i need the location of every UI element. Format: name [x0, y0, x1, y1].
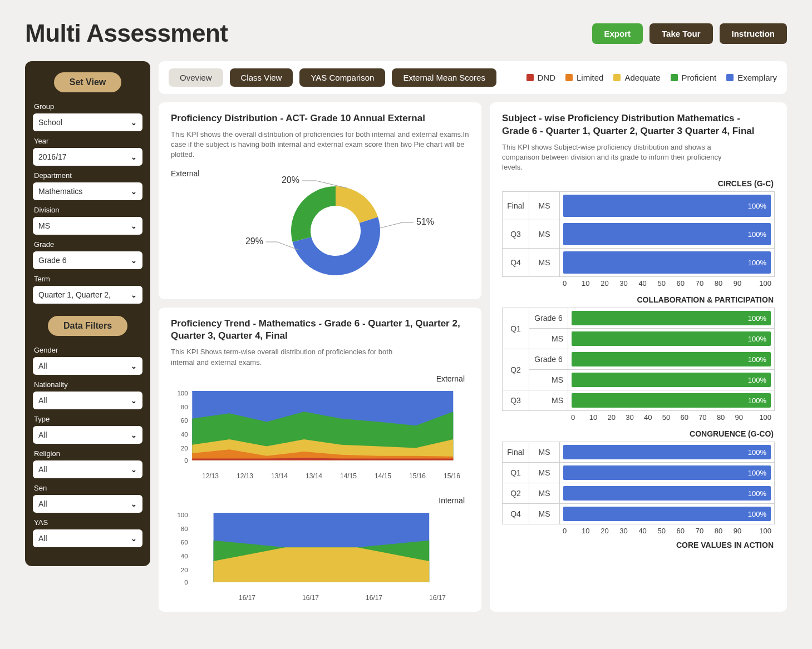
legend-proficient: Proficient — [671, 73, 717, 82]
tab-external-mean[interactable]: External Mean Scores — [392, 68, 496, 87]
chevron-down-icon: ⌄ — [131, 187, 137, 196]
data-filters-button[interactable]: Data Filters — [48, 316, 127, 336]
axis-x-internal: 16/1716/1716/1716/17 — [171, 594, 469, 602]
select-value: All — [38, 396, 47, 405]
select-year[interactable]: 2016/17 ⌄ — [33, 148, 142, 166]
swatch-icon — [671, 74, 678, 81]
bar-exemplary: 100% — [563, 445, 771, 459]
select-division[interactable]: MS ⌄ — [33, 217, 142, 235]
select-value: All — [38, 361, 47, 370]
sidebar: Set View Group School ⌄ Year 2016/17 ⌄ D… — [25, 61, 150, 566]
select-grade[interactable]: Grade 6 ⌄ — [33, 251, 142, 269]
chevron-down-icon: ⌄ — [131, 431, 137, 439]
select-value: All — [38, 430, 47, 439]
select-sen[interactable]: All ⌄ — [33, 495, 142, 513]
select-value: 2016/17 — [38, 152, 67, 161]
select-gender[interactable]: All ⌄ — [33, 357, 142, 375]
svg-text:20: 20 — [181, 445, 188, 452]
svg-text:40: 40 — [181, 553, 188, 559]
select-value: Grade 6 — [38, 256, 67, 265]
legend-label: Proficient — [682, 73, 717, 82]
select-value: Quarter 1, Quarter 2, — [38, 290, 111, 299]
select-value: MS — [38, 221, 50, 230]
tabs-card: Oveview Class View YAS Comparison Extern… — [159, 61, 787, 94]
set-view-button[interactable]: Set View — [54, 72, 122, 92]
select-yas[interactable]: All ⌄ — [33, 529, 142, 547]
select-value: School — [38, 118, 62, 127]
donut-series-label: External — [171, 167, 199, 178]
tab-overview[interactable]: Oveview — [169, 68, 223, 87]
table-row: Q4 MS 100% — [503, 504, 775, 524]
filter-label-year: Year — [34, 137, 141, 145]
bar-value: 100% — [748, 510, 766, 518]
svg-text:80: 80 — [181, 525, 188, 532]
bar-value: 100% — [748, 376, 766, 384]
bar-value: 100% — [748, 259, 766, 267]
swatch-icon — [526, 74, 534, 81]
bar-value: 100% — [748, 230, 766, 239]
bar-value: 100% — [748, 397, 766, 405]
svg-text:60: 60 — [181, 417, 188, 424]
select-term[interactable]: Quarter 1, Quarter 2, ⌄ — [33, 286, 142, 304]
table-row: Q1 MS 100% — [503, 463, 775, 483]
select-value: All — [38, 499, 47, 508]
export-button[interactable]: Export — [592, 23, 643, 44]
svg-text:0: 0 — [184, 579, 188, 586]
filter-label-sen: Sen — [34, 484, 141, 492]
area-chart-internal: 100 80 60 40 20 0 — [171, 508, 469, 592]
table-row: Q3 MS 100% — [503, 390, 775, 411]
table-row: Final MS 100% — [503, 192, 775, 220]
axis-x: 0102030405060708090100 — [502, 411, 775, 422]
filter-label-yas: YAS — [34, 518, 141, 527]
select-department[interactable]: Mathematics ⌄ — [33, 182, 142, 200]
card-proficiency-distribution: Proficiency Distribution - ACT- Grade 10… — [159, 102, 481, 299]
table-row: Q1 Grade 6 100% — [503, 308, 775, 329]
filter-label-grade: Grade — [34, 240, 141, 249]
svg-text:0: 0 — [184, 457, 188, 464]
bar-value: 100% — [748, 314, 766, 323]
legend-label: Adequate — [624, 73, 660, 82]
card-subject-distribution: Subject - wise Proficiency Distribution … — [490, 102, 787, 612]
chevron-down-icon: ⌄ — [131, 534, 137, 543]
bar-exemplary: 100% — [563, 251, 771, 274]
take-tour-button[interactable]: Take Tour — [649, 23, 712, 44]
axis-x-external: 12/1312/1313/1413/1414/1514/1515/1615/16 — [171, 472, 469, 480]
table-row: Final MS 100% — [503, 442, 775, 463]
table-row: MS 100% — [503, 370, 775, 390]
tab-yas-comparison[interactable]: YAS Comparison — [299, 68, 385, 87]
select-type[interactable]: All ⌄ — [33, 426, 142, 444]
instruction-button[interactable]: Instruction — [720, 23, 788, 44]
table-row: Q4 MS 100% — [503, 249, 775, 277]
select-religion[interactable]: All ⌄ — [33, 460, 142, 478]
card-title: Proficiency Trend - Mathematics - Grade … — [171, 318, 469, 343]
donut-chart: 20% 51% 29% — [205, 167, 466, 289]
card-title: Proficiency Distribution - ACT- Grade 10… — [171, 112, 469, 125]
card-title: Subject - wise Proficiency Distribution … — [502, 112, 769, 138]
area-chart-external: 100 80 60 40 20 0 — [171, 387, 469, 470]
section-heading-core-values: CORE VALUES IN ACTION — [503, 541, 774, 549]
chevron-down-icon: ⌄ — [131, 118, 137, 127]
svg-text:51%: 51% — [416, 217, 434, 226]
select-value: All — [38, 534, 47, 543]
select-group[interactable]: School ⌄ — [33, 113, 142, 131]
trend-external-label: External — [175, 374, 465, 383]
bar-exemplary: 100% — [563, 507, 771, 521]
filter-label-group: Group — [34, 102, 141, 111]
filter-label-term: Term — [34, 275, 141, 283]
legend-label: DND — [538, 73, 556, 82]
select-nationality[interactable]: All ⌄ — [33, 392, 142, 409]
table-row: Q3 MS 100% — [503, 220, 775, 249]
svg-text:20%: 20% — [282, 175, 299, 185]
legend-limited: Limited — [565, 73, 603, 82]
bar-value: 100% — [748, 448, 766, 457]
svg-text:80: 80 — [181, 403, 188, 410]
legend-exemplary: Exemplary — [726, 73, 777, 82]
bar-value: 100% — [748, 469, 766, 477]
chevron-down-icon: ⌄ — [131, 291, 137, 299]
top-buttons: Export Take Tour Instruction — [592, 23, 787, 44]
table-row: Q2 MS 100% — [503, 483, 775, 504]
svg-text:40: 40 — [181, 431, 188, 438]
tab-class-view[interactable]: Class View — [230, 68, 293, 87]
chevron-down-icon: ⌄ — [131, 465, 137, 474]
axis-x: 0102030405060708090100 — [502, 277, 775, 288]
